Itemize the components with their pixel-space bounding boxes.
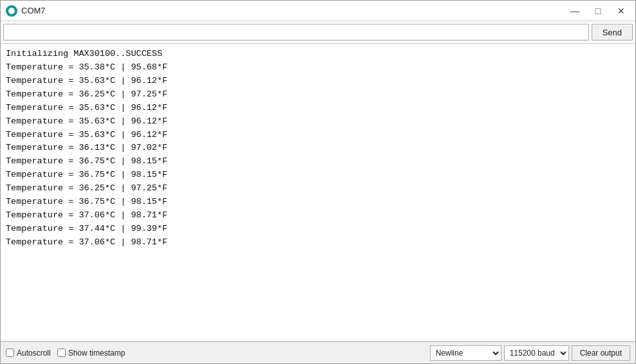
output-line: Temperature = 36.75*C | 98.15*F xyxy=(6,155,630,168)
output-line: Temperature = 35.38*C | 95.68*F xyxy=(6,61,630,75)
show-timestamp-checkbox[interactable] xyxy=(57,349,66,357)
title-bar: COM7 — □ ✕ xyxy=(1,1,635,21)
output-line: Initializing MAX30100..SUCCESS xyxy=(6,48,630,61)
output-line: Temperature = 35.63*C | 96.12*F xyxy=(6,75,630,88)
output-line: Temperature = 35.63*C | 96.12*F xyxy=(6,129,630,142)
serial-input[interactable] xyxy=(3,24,589,41)
output-line: Temperature = 37.06*C | 98.71*F xyxy=(6,209,630,223)
show-timestamp-label[interactable]: Show timestamp xyxy=(68,349,126,358)
output-line: Temperature = 36.25*C | 97.25*F xyxy=(6,182,630,196)
output-line: Temperature = 35.63*C | 96.12*F xyxy=(6,102,630,115)
show-timestamp-group: Show timestamp xyxy=(57,349,126,358)
output-line: Temperature = 36.25*C | 97.25*F xyxy=(6,88,630,102)
output-line: Temperature = 37.44*C | 99.39*F xyxy=(6,223,630,236)
output-line: Temperature = 36.75*C | 98.15*F xyxy=(6,168,630,182)
window-controls: — □ ✕ xyxy=(566,3,630,19)
maximize-button[interactable]: □ xyxy=(589,3,607,19)
minimize-button[interactable]: — xyxy=(566,3,584,19)
output-line: Temperature = 36.13*C | 97.02*F xyxy=(6,141,630,155)
autoscroll-label[interactable]: Autoscroll xyxy=(17,349,51,358)
clear-output-button[interactable]: Clear output xyxy=(572,345,630,361)
input-bar: Send xyxy=(1,21,635,44)
status-bar: Autoscroll Show timestamp No line ending… xyxy=(1,341,635,363)
baud-select[interactable]: 300 baud1200 baud2400 baud4800 baud9600 … xyxy=(504,345,569,361)
arduino-icon xyxy=(6,5,17,17)
send-button[interactable]: Send xyxy=(592,24,633,41)
output-line: Temperature = 35.63*C | 96.12*F xyxy=(6,115,630,129)
serial-monitor-window: COM7 — □ ✕ Send Initializing MAX30100..S… xyxy=(0,0,636,364)
newline-select[interactable]: No line endingNewlineCarriage returnBoth… xyxy=(430,345,501,361)
serial-output: Initializing MAX30100..SUCCESSTemperatur… xyxy=(1,44,635,341)
output-line: Temperature = 37.06*C | 98.71*F xyxy=(6,236,630,250)
close-button[interactable]: ✕ xyxy=(612,3,630,19)
output-line: Temperature = 36.75*C | 98.15*F xyxy=(6,196,630,209)
autoscroll-checkbox[interactable] xyxy=(6,349,14,357)
window-title: COM7 xyxy=(21,6,566,15)
autoscroll-group: Autoscroll xyxy=(6,349,51,358)
